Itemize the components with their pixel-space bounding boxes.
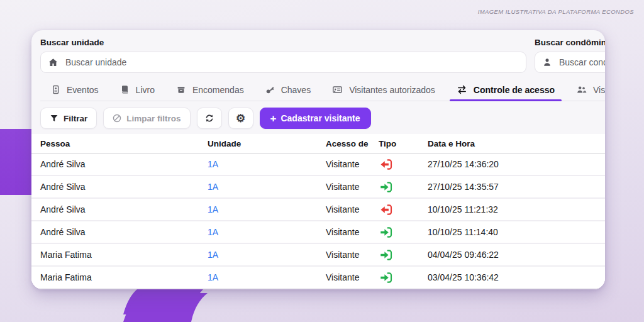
purple-arc-decoration bbox=[0, 284, 352, 322]
filter-label: Filtrar bbox=[64, 114, 87, 123]
col-header-pessoa: Pessoa bbox=[40, 139, 208, 148]
table-row[interactable]: André Silva 1A Visitante 27/10/25 14:36:… bbox=[31, 153, 605, 176]
package-box-icon bbox=[176, 85, 186, 94]
cell-access: Visitante bbox=[326, 227, 379, 237]
cell-access: Visitante bbox=[326, 182, 379, 192]
cell-unit-link[interactable]: 1A bbox=[208, 182, 326, 192]
cell-person: André Silva bbox=[40, 227, 208, 237]
access-log-table: Pessoa Unidade Acesso de Tipo Data e Hor… bbox=[31, 134, 605, 289]
refresh-button[interactable] bbox=[197, 108, 222, 129]
refresh-icon bbox=[204, 113, 214, 123]
cell-datetime: 27/10/25 14:36:20 bbox=[428, 159, 596, 169]
tab-label: Livro bbox=[136, 85, 155, 95]
table-row[interactable]: André Silva 1A Visitante 27/10/25 14:35:… bbox=[31, 176, 605, 199]
cell-access: Visitante bbox=[326, 250, 379, 260]
col-header-acesso-de: Acesso de bbox=[326, 139, 379, 148]
cell-datetime: 10/10/25 11:14:40 bbox=[428, 227, 596, 237]
tab-livro[interactable]: Livro bbox=[109, 79, 165, 101]
access-type-icon bbox=[379, 248, 428, 262]
purple-band-decoration bbox=[0, 129, 31, 195]
tab-label: Visitantes autorizados bbox=[349, 85, 435, 95]
tab-bar: Eventos Livro Encomendas bbox=[40, 79, 605, 101]
gear-icon: ⚙ bbox=[236, 112, 245, 125]
search-unit-box bbox=[40, 52, 526, 73]
add-visitor-button[interactable]: + Cadastrar visitante bbox=[260, 108, 371, 129]
tab-label: Controle de acesso bbox=[474, 85, 555, 95]
transfer-arrows-icon bbox=[457, 85, 467, 94]
id-card-icon bbox=[332, 85, 343, 94]
table-row[interactable]: Maria Fatima 1A Visitante 04/04/25 09:46… bbox=[31, 244, 605, 267]
settings-button[interactable]: ⚙ bbox=[228, 108, 253, 129]
cell-datetime: 10/10/25 11:21:32 bbox=[428, 204, 596, 214]
cell-access: Visitante bbox=[326, 204, 379, 214]
table-header: Pessoa Unidade Acesso de Tipo Data e Hor… bbox=[31, 134, 605, 153]
watermark-text: IMAGEM ILUSTRATIVA DA PLATAFORMA ECONDOS bbox=[478, 8, 634, 15]
cell-access: Visitante bbox=[326, 159, 379, 169]
search-resident-label: Buscar condômino bbox=[535, 38, 605, 47]
cell-datetime: 03/04/25 10:36:42 bbox=[428, 272, 596, 282]
col-header-unidade: Unidade bbox=[208, 139, 326, 148]
search-unit-label: Buscar unidade bbox=[40, 38, 526, 47]
tab-eventos[interactable]: Eventos bbox=[40, 79, 109, 101]
search-resident-box bbox=[535, 52, 605, 73]
entry-icon bbox=[379, 225, 393, 240]
access-type-icon bbox=[379, 157, 428, 172]
filter-button[interactable]: Filtrar bbox=[40, 108, 97, 129]
col-header-data-e-hora: Data e Hora bbox=[428, 139, 596, 148]
tab-visitantes-autorizados[interactable]: Visitantes autorizados bbox=[321, 79, 446, 101]
table-row[interactable]: André Silva 1A Visitante 10/10/25 11:14:… bbox=[31, 221, 605, 244]
home-icon bbox=[48, 58, 58, 67]
access-type-icon bbox=[379, 225, 428, 240]
cell-access: Visitante bbox=[326, 272, 379, 282]
cell-person: André Silva bbox=[40, 204, 208, 214]
access-type-icon bbox=[379, 203, 428, 217]
cell-unit-link[interactable]: 1A bbox=[208, 159, 326, 169]
search-unit-input[interactable] bbox=[65, 57, 518, 67]
tab-label: Eventos bbox=[67, 85, 99, 95]
clear-filters-label: Limpar filtros bbox=[126, 114, 180, 123]
cell-datetime: 04/04/25 09:46:22 bbox=[428, 250, 596, 260]
people-icon bbox=[576, 85, 587, 94]
exit-icon bbox=[379, 157, 393, 172]
cell-unit-link[interactable]: 1A bbox=[208, 204, 326, 214]
search-resident-input[interactable] bbox=[559, 57, 605, 67]
cell-unit-link[interactable]: 1A bbox=[208, 250, 326, 260]
clear-filters-button[interactable]: Limpar filtros bbox=[103, 108, 190, 129]
cell-datetime: 27/10/25 14:35:57 bbox=[428, 182, 596, 192]
tab-encomendas[interactable]: Encomendas bbox=[165, 79, 255, 101]
entry-icon bbox=[379, 248, 393, 262]
entry-icon bbox=[379, 180, 393, 194]
cell-person: Maria Fatima bbox=[40, 272, 208, 282]
slash-circle-icon bbox=[113, 114, 121, 123]
person-icon bbox=[543, 58, 552, 67]
add-visitor-label: Cadastrar visitante bbox=[280, 113, 360, 123]
toolbar: Filtrar Limpar filtros ⚙ bbox=[40, 108, 596, 129]
cell-person: Maria Fatima bbox=[40, 250, 208, 260]
cell-person: André Silva bbox=[40, 159, 208, 169]
tab-label: Encomendas bbox=[192, 85, 244, 95]
search-row: Buscar unidade Buscar condômino bbox=[40, 38, 596, 73]
plus-icon: + bbox=[270, 113, 277, 124]
tab-controle-de-acesso[interactable]: Controle de acesso bbox=[446, 79, 565, 101]
table-row[interactable]: Maria Fatima 1A Visitante 03/04/25 10:36… bbox=[31, 267, 605, 289]
tab-label: Chaves bbox=[281, 85, 311, 95]
tab-label: Visitantes bbox=[593, 85, 605, 95]
cell-person: André Silva bbox=[40, 182, 208, 192]
exit-icon bbox=[379, 203, 393, 217]
entry-icon bbox=[379, 270, 393, 285]
tab-chaves[interactable]: Chaves bbox=[255, 79, 321, 101]
col-header-tipo: Tipo bbox=[379, 139, 428, 148]
access-type-icon bbox=[379, 270, 428, 285]
tab-visitantes[interactable]: Visitantes bbox=[565, 79, 605, 101]
key-icon bbox=[265, 85, 275, 94]
cell-unit-link[interactable]: 1A bbox=[208, 272, 326, 282]
event-badge-icon bbox=[51, 85, 60, 94]
access-type-icon bbox=[379, 180, 428, 194]
cell-unit-link[interactable]: 1A bbox=[208, 227, 326, 237]
table-row[interactable]: André Silva 1A Visitante 10/10/25 11:21:… bbox=[31, 199, 605, 221]
book-icon bbox=[120, 85, 130, 94]
main-panel: Buscar unidade Buscar condômino bbox=[31, 30, 605, 289]
funnel-icon bbox=[50, 114, 58, 123]
